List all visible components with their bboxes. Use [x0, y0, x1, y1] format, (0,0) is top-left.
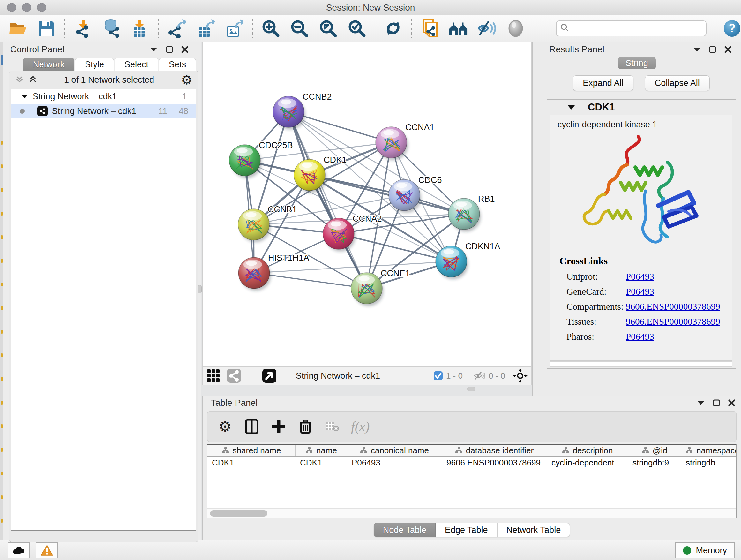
- network-node-CDKN1A[interactable]: CDKN1A: [435, 242, 500, 279]
- crosslink-row: Pharos:P06493: [559, 331, 732, 342]
- cell-canonical-name[interactable]: P06493: [347, 456, 442, 469]
- refresh-icon[interactable]: [384, 19, 403, 38]
- expand-all-button[interactable]: Expand All: [573, 75, 633, 91]
- crosslink-row: Uniprot:P06493: [559, 271, 732, 282]
- node-label: CCNB1: [268, 205, 297, 214]
- delete-table-icon: [324, 419, 340, 435]
- close-panel-icon[interactable]: [181, 46, 188, 53]
- tab-network[interactable]: Network: [23, 58, 74, 71]
- string-homes-icon[interactable]: [449, 19, 468, 38]
- float-panel-icon[interactable]: [713, 399, 720, 407]
- crosslink-row: Compartments:9606.ENSP00000378699: [559, 301, 732, 312]
- network-document-icon[interactable]: [420, 19, 439, 38]
- grid-view-icon[interactable]: [206, 368, 221, 383]
- table-row[interactable]: CDK1CDK1P064939606.ENSP00000378699cyclin…: [207, 456, 736, 469]
- zoom-selected-icon[interactable]: [347, 19, 366, 38]
- import-network-icon[interactable]: [73, 19, 92, 38]
- network-options-gear-icon[interactable]: ⚙: [181, 72, 192, 87]
- tab-node-table[interactable]: Node Table: [374, 523, 435, 537]
- delete-column-icon[interactable]: [297, 419, 313, 435]
- crosslink-row: Tissues:9606.ENSP00000378699: [559, 316, 732, 327]
- help-button[interactable]: ?: [723, 19, 741, 38]
- zoom-out-icon[interactable]: [290, 19, 309, 38]
- fit-selected-crosshair-icon[interactable]: [512, 368, 528, 384]
- panel-menu-icon[interactable]: [693, 47, 701, 52]
- cell-shared-name[interactable]: CDK1: [207, 456, 295, 469]
- column-header-shared-name[interactable]: shared name: [207, 445, 295, 456]
- cell-namespace[interactable]: stringdb: [681, 456, 737, 469]
- expand-all-networks-icon[interactable]: [28, 75, 37, 85]
- column-header-canonical-name[interactable]: canonical name: [347, 445, 442, 456]
- results-scroll-strip[interactable]: [550, 361, 732, 367]
- network-view-share-icon[interactable]: [226, 368, 242, 383]
- tab-network-table[interactable]: Network Table: [497, 523, 570, 537]
- network-row[interactable]: String Network – cdk1 11 48: [11, 104, 196, 118]
- collection-expander-icon[interactable]: [21, 94, 28, 99]
- import-table-icon[interactable]: [131, 19, 150, 38]
- zoom-fit-icon[interactable]: [319, 19, 338, 38]
- crosslink-link[interactable]: P06493: [626, 287, 654, 297]
- crosslink-link[interactable]: 9606.ENSP00000378699: [626, 301, 720, 312]
- cloud-status-button[interactable]: [8, 543, 30, 558]
- column-header-database-identifier[interactable]: database identifier: [442, 445, 547, 456]
- tab-edge-table[interactable]: Edge Table: [435, 523, 497, 537]
- cell-description[interactable]: cyclin-dependent ...: [547, 456, 628, 469]
- collapse-all-button[interactable]: Collapse All: [645, 75, 710, 91]
- network-node-CCNA1[interactable]: CCNA1: [376, 123, 434, 160]
- network-collection-row[interactable]: String Network – cdk1 1: [11, 89, 196, 104]
- column-header-namespace[interactable]: namespace: [681, 445, 737, 456]
- horizontal-splitter-handle[interactable]: [467, 387, 475, 391]
- tab-style[interactable]: Style: [75, 58, 114, 71]
- panel-menu-icon[interactable]: [150, 47, 158, 52]
- column-header-name[interactable]: name: [295, 445, 347, 456]
- search-field[interactable]: [556, 20, 706, 37]
- node-table[interactable]: shared namenamecanonical namedatabase id…: [207, 444, 737, 518]
- tab-select[interactable]: Select: [115, 58, 158, 71]
- crosslink-link[interactable]: 9606.ENSP00000378699: [626, 316, 720, 327]
- network-list: String Network – cdk1 1 String Network –…: [11, 89, 196, 531]
- float-panel-icon[interactable]: [709, 46, 716, 53]
- memory-button[interactable]: Memory: [675, 543, 735, 558]
- network-node-RB1[interactable]: RB1: [448, 194, 495, 232]
- network-node-CCNE1[interactable]: CCNE1: [351, 268, 410, 306]
- save-session-icon[interactable]: [37, 19, 56, 38]
- crosslink-link[interactable]: P06493: [626, 271, 654, 282]
- export-network-icon[interactable]: [167, 19, 186, 38]
- cell-name[interactable]: CDK1: [295, 456, 347, 469]
- column-header-@id[interactable]: @id: [628, 445, 681, 456]
- float-panel-icon[interactable]: [166, 46, 173, 53]
- tab-string[interactable]: String: [618, 57, 656, 69]
- search-input[interactable]: [572, 23, 702, 34]
- collapse-all-networks-icon[interactable]: [15, 75, 24, 85]
- zoom-in-icon[interactable]: [261, 19, 280, 38]
- gene-expander-icon[interactable]: [567, 105, 575, 110]
- tab-sets[interactable]: Sets: [159, 58, 196, 71]
- export-image-icon[interactable]: [225, 19, 244, 38]
- cell-@id[interactable]: stringdb:9...: [628, 456, 681, 469]
- table-options-gear-icon[interactable]: ⚙: [217, 419, 233, 435]
- table-hscrollbar[interactable]: [207, 508, 736, 518]
- hscroll-thumb[interactable]: [210, 510, 267, 516]
- birdseye-view-icon[interactable]: [262, 368, 277, 383]
- warning-status-button[interactable]: [36, 543, 58, 558]
- show-columns-icon[interactable]: [244, 419, 260, 435]
- column-header-description[interactable]: description: [547, 445, 628, 456]
- cell-database-identifier[interactable]: 9606.ENSP00000378699: [442, 456, 547, 469]
- details-eye-icon[interactable]: [506, 19, 525, 38]
- close-panel-icon[interactable]: [724, 46, 731, 53]
- export-table-icon[interactable]: [196, 19, 215, 38]
- hide-graphics-icon[interactable]: [477, 19, 496, 38]
- network-canvas[interactable]: CCNB2CCNA1CDC25BCDK1CDC6RB1CCNB1CCNA2CDK…: [202, 42, 532, 367]
- network-node-CCNA2[interactable]: CCNA2: [323, 214, 382, 252]
- control-panel-tabs: NetworkStyleSelectSets: [23, 58, 201, 71]
- import-database-icon[interactable]: [102, 19, 121, 38]
- close-panel-icon[interactable]: [728, 399, 735, 407]
- crosslink-link[interactable]: P06493: [626, 331, 654, 342]
- network-selection-summary: 1 of 1 Network selected: [37, 75, 181, 85]
- panel-menu-icon[interactable]: [697, 400, 704, 406]
- network-node-CDC6[interactable]: CDC6: [389, 175, 442, 213]
- network-node-CCNB1[interactable]: CCNB1: [238, 205, 297, 242]
- network-status-dot: [20, 109, 24, 114]
- open-session-icon[interactable]: [8, 19, 27, 38]
- add-column-icon[interactable]: [271, 419, 286, 435]
